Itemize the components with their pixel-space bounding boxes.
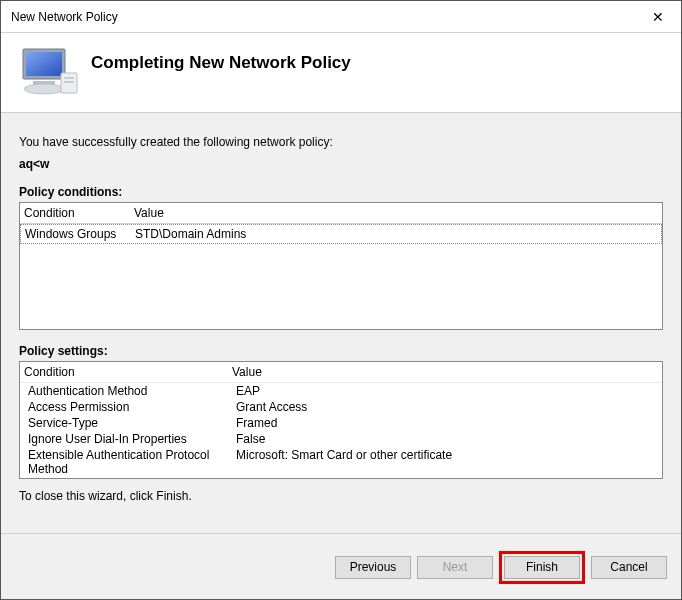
conditions-label: Policy conditions:	[19, 185, 663, 199]
value-cell: False	[236, 432, 654, 446]
condition-cell: Service-Type	[28, 416, 236, 430]
previous-button[interactable]: Previous	[335, 556, 411, 579]
conditions-header-condition: Condition	[24, 206, 134, 220]
wizard-content: You have successfully created the follow…	[1, 113, 681, 533]
conditions-table: Condition Value Windows Groups STD\Domai…	[19, 202, 663, 330]
conditions-header-value: Value	[134, 206, 658, 220]
table-row[interactable]: Authentication Method EAP	[20, 383, 662, 399]
conditions-header-row: Condition Value	[20, 203, 662, 224]
value-cell: Grant Access	[236, 400, 654, 414]
settings-table: Condition Value Authentication Method EA…	[19, 361, 663, 479]
settings-header-value: Value	[232, 365, 658, 379]
window-title: New Network Policy	[11, 10, 635, 24]
svg-point-4	[24, 84, 64, 94]
monitor-icon	[21, 43, 91, 102]
wizard-heading: Completing New Network Policy	[91, 53, 351, 73]
condition-cell: Windows Groups	[25, 227, 135, 241]
settings-header-condition: Condition	[24, 365, 232, 379]
table-row[interactable]: Extensible Authentication Protocol Metho…	[20, 447, 662, 477]
condition-cell: Access Permission	[28, 400, 236, 414]
finish-highlight: Finish	[499, 551, 585, 584]
table-row[interactable]: Access Permission Grant Access	[20, 399, 662, 415]
svg-rect-7	[64, 81, 74, 83]
settings-label: Policy settings:	[19, 344, 663, 358]
wizard-header: Completing New Network Policy	[1, 33, 681, 113]
value-cell: STD\Domain Admins	[135, 227, 657, 241]
value-cell: Microsoft: Smart Card or other certifica…	[236, 448, 654, 476]
close-hint: To close this wizard, click Finish.	[19, 489, 663, 503]
condition-cell: Ignore User Dial-In Properties	[28, 432, 236, 446]
cancel-button[interactable]: Cancel	[591, 556, 667, 579]
condition-cell: Authentication Method	[28, 384, 236, 398]
close-icon: ✕	[652, 9, 664, 25]
table-row[interactable]: Ignore User Dial-In Properties False	[20, 431, 662, 447]
table-row[interactable]: Tunnel-Type Virtual LANs (VLAN)	[20, 477, 662, 478]
value-cell: EAP	[236, 384, 654, 398]
settings-header-row: Condition Value	[20, 362, 662, 383]
svg-rect-2	[26, 52, 62, 76]
close-button[interactable]: ✕	[635, 1, 681, 32]
condition-cell: Extensible Authentication Protocol Metho…	[28, 448, 236, 476]
next-button: Next	[417, 556, 493, 579]
policy-name: aq<w	[19, 157, 663, 171]
table-row[interactable]: Service-Type Framed	[20, 415, 662, 431]
finish-button[interactable]: Finish	[504, 556, 580, 579]
titlebar: New Network Policy ✕	[1, 1, 681, 33]
svg-rect-6	[64, 77, 74, 79]
wizard-footer: Previous Next Finish Cancel	[1, 533, 681, 600]
settings-scroll[interactable]: Condition Value Authentication Method EA…	[20, 362, 662, 478]
value-cell: Framed	[236, 416, 654, 430]
table-row[interactable]: Windows Groups STD\Domain Admins	[20, 224, 662, 244]
intro-text: You have successfully created the follow…	[19, 135, 663, 149]
